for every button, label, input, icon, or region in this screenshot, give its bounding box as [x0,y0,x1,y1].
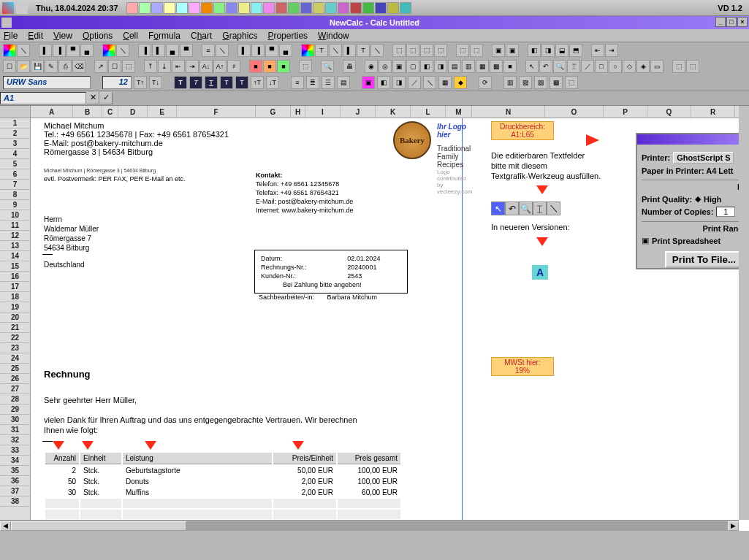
column-header[interactable]: M [446,106,472,118]
row-header[interactable]: 19 [0,302,30,312]
quality-radio[interactable]: ◆ [695,194,701,204]
menu-properties[interactable]: Properties [267,31,308,41]
row-header[interactable]: 37 [0,486,30,496]
row-header[interactable]: 28 [0,394,30,404]
column-header[interactable]: Q [647,106,691,118]
scroll-thumb[interactable] [11,521,186,531]
column-header[interactable]: F [177,106,256,118]
row-header[interactable]: 36 [0,476,30,486]
zoom-icon[interactable]: 🔍 [321,60,334,73]
row-header[interactable]: 1 [0,118,30,129]
cancel-edit-icon[interactable]: ✕ [86,92,99,104]
zoom-tool-icon[interactable]: 🔍 [519,202,533,215]
menu-edit[interactable]: Edit [28,31,43,41]
text-tool-icon[interactable]: T [315,44,328,57]
vertical-scrollbar[interactable] [739,106,749,520]
print-to-file-button[interactable]: Print To File... [665,251,743,268]
row-header[interactable]: 33 [0,445,30,456]
column-header[interactable]: J [341,106,376,118]
printer-select[interactable]: GhostScript S [673,152,734,164]
menu-window[interactable]: Window [318,31,349,41]
align-center-icon[interactable]: ≣ [306,76,319,89]
system-menu-icon[interactable] [1,18,12,28]
row-header[interactable]: 4 [0,149,30,159]
row-header[interactable]: 34 [0,456,30,466]
row-header[interactable]: 25 [0,364,30,374]
column-header[interactable]: E [148,106,177,118]
select-all-corner[interactable] [0,106,30,118]
column-header[interactable]: I [305,106,341,118]
column-header[interactable]: D [118,106,148,118]
align-left-icon[interactable]: ≡ [291,76,304,89]
chart-line-icon[interactable]: ▧ [519,76,532,89]
column-header[interactable]: K [376,106,411,118]
row-header[interactable]: 20 [0,312,30,323]
row-header[interactable]: 7 [0,180,30,190]
italic-icon[interactable]: T [189,76,202,89]
row-header[interactable]: 18 [0,292,30,302]
desktop-icon[interactable] [16,2,28,14]
row-header[interactable]: 26 [0,374,30,384]
range-radio[interactable]: ▣ [642,236,649,245]
row-header[interactable]: 15 [0,261,30,272]
row-header[interactable]: 31 [0,425,30,435]
open-icon[interactable]: 📂 [17,60,30,73]
column-header[interactable]: C [102,106,118,118]
select-icon[interactable]: ▣ [492,44,505,57]
row-header[interactable]: 11 [0,220,30,231]
row-header[interactable]: 16 [0,272,30,282]
pointer-tool-icon[interactable]: ↖ [491,202,505,215]
fill-color-icon[interactable] [102,44,115,57]
font-name-input[interactable]: URW Sans [3,76,91,89]
row-header[interactable]: 22 [0,333,30,343]
row-header[interactable]: 14 [0,251,30,261]
row-header[interactable]: 38 [0,496,30,507]
font-size-input[interactable]: 12 [102,76,132,89]
column-header[interactable]: O [545,106,604,118]
chart-bar-icon[interactable]: ▥ [503,76,517,89]
refresh-icon[interactable]: ⟳ [479,76,492,89]
maximize-button[interactable]: □ [726,17,737,27]
menu-formula[interactable]: Formula [148,31,180,41]
row-header[interactable]: 35 [0,466,30,476]
horizontal-scrollbar[interactable]: ◀ ▶ [0,520,739,531]
column-header[interactable]: N [472,106,545,118]
copies-input[interactable]: 1 [716,207,735,217]
row-header[interactable]: 12 [0,231,30,241]
row-header[interactable]: 30 [0,415,30,425]
pointer-icon[interactable]: ↖ [525,60,539,73]
line-tool-icon[interactable]: ＼ [17,44,30,57]
menu-cell[interactable]: Cell [123,31,138,41]
border-top-icon[interactable]: ▀ [66,44,80,57]
close-button[interactable]: × [737,17,748,27]
column-header[interactable]: L [411,106,446,118]
minimize-button[interactable]: _ [715,17,726,27]
underline-icon[interactable]: T [205,76,218,89]
column-header[interactable]: B [73,106,102,118]
row-header[interactable]: 23 [0,343,30,353]
row-header[interactable]: 24 [0,353,30,364]
rotate-tool-icon[interactable]: ↶ [505,202,519,215]
line-draw-icon[interactable]: ＼ [547,202,560,215]
text-tool-a-icon[interactable]: A [532,265,548,280]
scroll-left-icon[interactable]: ◀ [0,521,11,531]
menu-chart[interactable]: Chart [191,31,212,41]
brush-icon[interactable]: ＼ [116,44,129,57]
row-header[interactable]: 21 [0,323,30,333]
row-header[interactable]: 5 [0,159,30,169]
row-header[interactable]: 17 [0,282,30,292]
border-bottom-icon[interactable]: ▄ [80,44,94,57]
row-header[interactable]: 27 [0,384,30,394]
confirm-edit-icon[interactable]: ✓ [99,92,113,104]
menu-view[interactable]: View [53,31,72,41]
column-header[interactable]: H [291,106,305,118]
text-color-icon[interactable] [301,44,314,57]
text-cursor-icon[interactable]: ⌶ [533,202,547,215]
cell-reference[interactable]: A1 [0,92,86,104]
row-header[interactable]: 8 [0,190,30,200]
font-size-up-icon[interactable]: T↑ [134,76,147,89]
bold-icon[interactable]: T [174,76,187,89]
color-picker-icon[interactable] [3,44,16,57]
column-header[interactable]: P [604,106,647,118]
row-header[interactable]: 9 [0,200,30,210]
